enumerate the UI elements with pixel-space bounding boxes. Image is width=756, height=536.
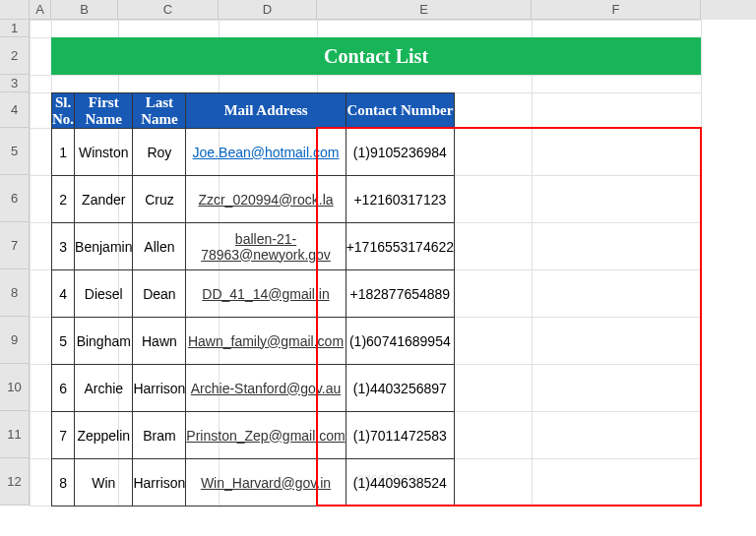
cell-sl[interactable]: 6 xyxy=(52,365,75,412)
spreadsheet-grid: ABCDEF 123456789101112 Contact List Sl. … xyxy=(0,0,756,536)
table-row: 4DieselDeanDD_41_14@gmail.in+18287765488… xyxy=(52,270,455,318)
table-row: 8WinHarrisonWin_Harvard@gov.in(1)4409638… xyxy=(52,459,455,506)
row-headers: 123456789101112 xyxy=(0,20,30,506)
cell-last[interactable]: Harrison xyxy=(133,459,186,506)
cell-first[interactable]: Winston xyxy=(75,129,133,176)
cell-last[interactable]: Bram xyxy=(133,412,186,459)
column-headers: ABCDEF xyxy=(0,0,756,20)
cell-first[interactable]: Diesel xyxy=(75,270,133,318)
table-row: 2ZanderCruzZzcr_020994@rock.la+121603171… xyxy=(52,176,455,223)
mail-link[interactable]: Prinston_Zep@gmail.com xyxy=(186,428,345,444)
cell-sl[interactable]: 7 xyxy=(52,412,75,459)
cell-mail[interactable]: Win_Harvard@gov.in xyxy=(186,459,346,506)
row-header-1[interactable]: 1 xyxy=(0,20,30,37)
row-header-7[interactable]: 7 xyxy=(0,222,30,269)
row-header-12[interactable]: 12 xyxy=(0,458,30,506)
column-header-B[interactable]: B xyxy=(51,0,118,20)
cell-mail[interactable]: Archie-Stanford@gov.au xyxy=(186,365,346,412)
cell-last[interactable]: Dean xyxy=(133,270,186,318)
cell-first[interactable]: Bingham xyxy=(75,318,133,365)
header-contact[interactable]: Contact Number xyxy=(346,93,454,129)
row-header-6[interactable]: 6 xyxy=(0,175,30,222)
column-header-A[interactable]: A xyxy=(30,0,51,20)
table-header-row: Sl. No. First Name Last Name Mail Addres… xyxy=(52,93,455,129)
row-header-11[interactable]: 11 xyxy=(0,411,30,458)
cell-first[interactable]: Win xyxy=(75,459,133,506)
mail-link[interactable]: Win_Harvard@gov.in xyxy=(201,475,331,491)
mail-link[interactable]: Hawn_family@gmail.com xyxy=(188,333,344,349)
table-row: 6ArchieHarrisonArchie-Stanford@gov.au(1)… xyxy=(52,365,455,412)
cell-last[interactable]: Roy xyxy=(133,129,186,176)
cell-contact[interactable]: (1)60741689954 xyxy=(346,318,454,365)
table-row: 3BenjaminAllenballen-21-78963@newyork.go… xyxy=(52,223,455,270)
header-sl[interactable]: Sl. No. xyxy=(52,93,75,129)
cell-first[interactable]: Archie xyxy=(75,365,133,412)
cell-first[interactable]: Benjamin xyxy=(75,223,133,270)
mail-link[interactable]: DD_41_14@gmail.in xyxy=(202,286,329,302)
cell-sl[interactable]: 2 xyxy=(52,176,75,223)
mail-link[interactable]: Archie-Stanford@gov.au xyxy=(191,381,341,396)
cell-contact[interactable]: +182877654889 xyxy=(346,270,454,318)
cell-contact[interactable]: (1)7011472583 xyxy=(346,412,454,459)
cell-sl[interactable]: 4 xyxy=(52,270,75,318)
table-row: 1WinstonRoyJoe.Bean@hotmail.com(1)910523… xyxy=(52,129,455,176)
table-row: 5BinghamHawnHawn_family@gmail.com(1)6074… xyxy=(52,318,455,365)
row-header-3[interactable]: 3 xyxy=(0,75,30,92)
cell-mail[interactable]: Prinston_Zep@gmail.com xyxy=(186,412,346,459)
cell-last[interactable]: Harrison xyxy=(133,365,186,412)
cell-mail[interactable]: ballen-21-78963@newyork.gov xyxy=(186,223,346,270)
header-last[interactable]: Last Name xyxy=(133,93,186,129)
header-mail[interactable]: Mail Address xyxy=(186,93,346,129)
cell-last[interactable]: Cruz xyxy=(133,176,186,223)
mail-link[interactable]: ballen-21-78963@newyork.gov xyxy=(201,231,331,263)
cell-last[interactable]: Hawn xyxy=(133,318,186,365)
column-header-E[interactable]: E xyxy=(317,0,532,20)
column-header-C[interactable]: C xyxy=(118,0,219,20)
cell-first[interactable]: Zeppelin xyxy=(75,412,133,459)
header-first[interactable]: First Name xyxy=(75,93,133,129)
cell-mail[interactable]: Zzcr_020994@rock.la xyxy=(186,176,346,223)
cell-sl[interactable]: 1 xyxy=(52,129,75,176)
select-all-corner[interactable] xyxy=(0,0,30,20)
row-header-8[interactable]: 8 xyxy=(0,269,30,317)
cell-mail[interactable]: DD_41_14@gmail.in xyxy=(186,270,346,318)
mail-link[interactable]: Zzcr_020994@rock.la xyxy=(198,192,333,208)
cell-contact[interactable]: (1)9105236984 xyxy=(346,129,454,176)
row-header-4[interactable]: 4 xyxy=(0,92,30,128)
cell-contact[interactable]: (1)4409638524 xyxy=(346,459,454,506)
row-header-9[interactable]: 9 xyxy=(0,317,30,364)
contact-table: Sl. No. First Name Last Name Mail Addres… xyxy=(51,92,455,506)
cell-contact[interactable]: +12160317123 xyxy=(346,176,454,223)
column-header-D[interactable]: D xyxy=(219,0,317,20)
cell-contact[interactable]: (1)4403256897 xyxy=(346,365,454,412)
cell-last[interactable]: Allen xyxy=(133,223,186,270)
cell-mail[interactable]: Joe.Bean@hotmail.com xyxy=(186,129,346,176)
row-header-10[interactable]: 10 xyxy=(0,364,30,411)
page-title: Contact List xyxy=(324,45,428,68)
column-header-F[interactable]: F xyxy=(532,0,701,20)
title-banner: Contact List xyxy=(51,37,701,75)
cell-mail[interactable]: Hawn_family@gmail.com xyxy=(186,318,346,365)
cell-sl[interactable]: 3 xyxy=(52,223,75,270)
cell-sl[interactable]: 8 xyxy=(52,459,75,506)
row-header-2[interactable]: 2 xyxy=(0,37,30,75)
cell-first[interactable]: Zander xyxy=(75,176,133,223)
row-header-5[interactable]: 5 xyxy=(0,128,30,175)
cell-contact[interactable]: +1716553174622 xyxy=(346,223,454,270)
mail-link[interactable]: Joe.Bean@hotmail.com xyxy=(193,145,340,160)
cell-sl[interactable]: 5 xyxy=(52,318,75,365)
table-row: 7ZeppelinBramPrinston_Zep@gmail.com(1)70… xyxy=(52,412,455,459)
